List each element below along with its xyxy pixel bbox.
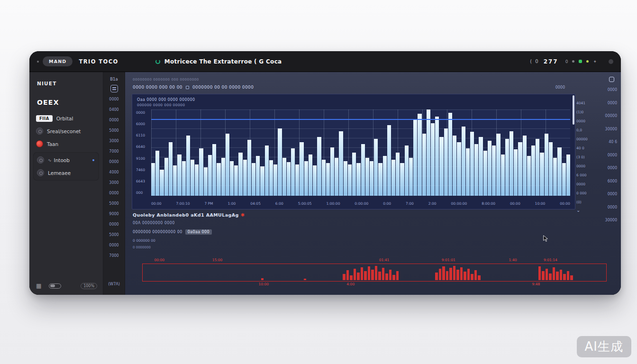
- area-chart-bar: [352, 153, 356, 196]
- area-chart-bar: [186, 136, 190, 196]
- area-chart-bar: [536, 139, 539, 196]
- x-axis-label: 0:00: [383, 201, 391, 206]
- profile-icon[interactable]: [609, 59, 613, 64]
- scale-value: 4000: [103, 167, 125, 178]
- toggle-knob: [50, 284, 55, 287]
- area-chart-bar: [177, 155, 181, 196]
- fiia-badge: FIIA: [36, 115, 53, 122]
- area-chart-bar: [378, 163, 382, 196]
- area-chart-bar: [474, 144, 478, 196]
- area-chart-bar: [273, 164, 277, 196]
- page-title: Motricece The Extraterroe ( G Coca: [164, 58, 282, 65]
- sidebar-heading: OEEX: [37, 99, 103, 106]
- right-value: 0000: [576, 117, 596, 126]
- area-chart-bar: [439, 137, 443, 196]
- counter-prefix: ( 0: [530, 59, 539, 64]
- chart-title: Oaa 0000 000 0000 000000: [137, 98, 195, 102]
- right-value: (0): [576, 198, 596, 207]
- status-dot-gray-icon: [572, 60, 574, 63]
- red-chart-bar: [361, 267, 364, 280]
- clock-icon: [37, 156, 44, 164]
- area-chart-bar: [448, 113, 452, 196]
- sidebar-item-sreal[interactable]: Sreal/seconet: [29, 125, 103, 137]
- mini-digit: 0: [565, 59, 568, 64]
- alert-subtitle: 00A 00000000 0000: [133, 221, 175, 225]
- red-chart-bar: [371, 270, 374, 280]
- app-tab[interactable]: MAND: [43, 56, 73, 66]
- alert-chip[interactable]: 0a0aa 000: [185, 229, 212, 235]
- sidebar-item-lemeaee[interactable]: Lemeaee: [33, 166, 99, 179]
- area-chart-bar: [356, 163, 360, 196]
- chevron-down-icon[interactable]: ⌄: [576, 208, 596, 213]
- grid-icon[interactable]: ▦: [36, 282, 41, 289]
- right-value: 00000: [576, 135, 596, 144]
- red-chart-bar: [478, 275, 481, 280]
- red-chart-bar: [464, 272, 466, 280]
- red-chart-bar: [474, 270, 477, 280]
- notification-dot-icon: [92, 159, 94, 161]
- x-axis-label: 1:00:00: [327, 201, 340, 206]
- area-chart-bar: [344, 161, 347, 196]
- threshold-line: [151, 119, 570, 120]
- area-chart-bar: [514, 149, 518, 196]
- rail-values: 00000000000003000040 6000000006000000000…: [600, 83, 619, 227]
- area-chart-bar: [330, 147, 334, 196]
- notes-icon[interactable]: [110, 85, 118, 92]
- right-values-panel: 4041(1)000000,00000040 0(3 0)00006 00000…: [576, 99, 596, 213]
- right-value: (3 0): [576, 153, 596, 162]
- red-chart-label: 9:01:01: [442, 258, 455, 262]
- area-chart-bar: [278, 128, 282, 196]
- sidebar-item-intoob[interactable]: ∿ Intoob: [33, 154, 99, 166]
- red-chart-label: 01:41: [379, 258, 390, 262]
- rail-value: 00000: [600, 109, 617, 123]
- alert-title: Quoleby Anblandeb0 aKd1 AAMULagAg: [133, 212, 239, 218]
- scale-value: 0000: [103, 94, 125, 105]
- scale-value: 5000: [103, 126, 125, 136]
- red-chart-bar: [435, 273, 438, 280]
- y-axis-label: 9100: [136, 156, 149, 161]
- red-chart-bar: [570, 275, 573, 280]
- toggle-icon[interactable]: [49, 283, 61, 289]
- area-chart-bar: [317, 137, 321, 196]
- pin-icon[interactable]: ✦: [593, 59, 597, 64]
- notification-counter[interactable]: 277: [544, 58, 558, 65]
- status-ring-icon: [155, 59, 160, 64]
- area-chart-bar: [234, 165, 238, 196]
- area-chart-bar: [400, 163, 404, 196]
- app-title: TRIO TOCO: [79, 58, 118, 65]
- right-value: 0000: [576, 180, 596, 189]
- red-chart-bar: [546, 269, 548, 280]
- area-chart-bar: [418, 114, 421, 196]
- red-chart-label: 15:00: [212, 258, 223, 262]
- scale-footer: (W7A): [103, 282, 125, 286]
- area-chart-bar: [435, 117, 439, 196]
- cursor-icon: [542, 235, 549, 242]
- alert-footnote: 0 0000000: [133, 246, 151, 249]
- header-mid: 0000000 00 00 0000 0000: [192, 85, 254, 90]
- sidebar-item-taan[interactable]: Taan: [29, 137, 103, 150]
- rail-value: 30000: [600, 123, 617, 136]
- area-chart-bar: [387, 125, 391, 196]
- scale-value: 0000: [103, 157, 125, 167]
- area-chart-bar: [160, 170, 164, 196]
- sidebar-item-orbital[interactable]: FIIA Orbital: [29, 112, 103, 125]
- red-chart-bar: [467, 269, 470, 280]
- main-panel: 00000000 0000000 000 00000000 0000 0000 …: [125, 72, 621, 295]
- scale-value: 0000: [103, 240, 125, 251]
- checkbox-icon[interactable]: [186, 86, 189, 89]
- brand-label: NIUET: [37, 81, 103, 86]
- panel-toggle-icon[interactable]: [609, 77, 614, 82]
- red-chart-bar: [446, 271, 449, 280]
- y-axis-label: 000: [136, 191, 149, 195]
- right-values: 4041(1)000000,00000040 0(3 0)00006 00000…: [576, 99, 596, 207]
- rail-value: 6000: [600, 175, 617, 188]
- sidebar-item-label: Intoob: [54, 157, 70, 163]
- header-line: 0000 0000 000 00 00 0000000 00 00 0000 0…: [133, 85, 254, 90]
- x-axis-label: 7 PM: [204, 201, 213, 206]
- area-chart-bar: [339, 131, 343, 196]
- wave-icon: ∿: [48, 158, 52, 163]
- red-chart-bar: [549, 273, 552, 280]
- chart-subtitle: 000000 0000 000 00000: [137, 103, 185, 107]
- scrollbar-thumb[interactable]: [573, 95, 574, 125]
- secondary-chart: 00:0015:0001:419:01:011:409:01:14 10:004…: [142, 264, 607, 282]
